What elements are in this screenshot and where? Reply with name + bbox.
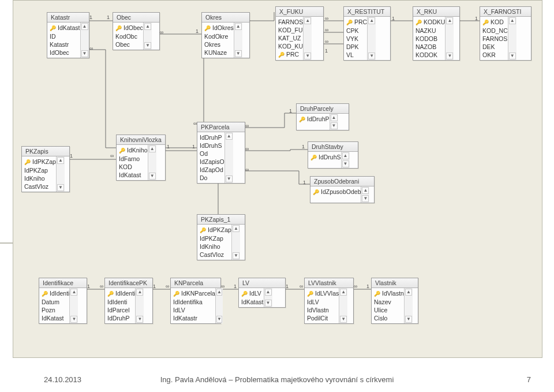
table-header[interactable]: IdentifikacePK <box>105 278 152 288</box>
field[interactable]: VL <box>346 51 367 59</box>
scroll-up-icon[interactable]: ▲ <box>331 114 338 121</box>
field[interactable]: IdKatast <box>42 314 69 322</box>
field[interactable]: Od <box>200 150 224 158</box>
field[interactable]: KAT_UZ <box>278 34 303 42</box>
field[interactable]: KODOB <box>415 35 445 43</box>
field[interactable]: IdOkres <box>204 24 234 32</box>
scroll-down-icon[interactable]: ▼ <box>509 53 516 59</box>
field[interactable]: IdKniho <box>24 174 56 182</box>
scrollbar[interactable]: ▲▼ <box>303 17 312 60</box>
scrollbar[interactable]: ▲▼ <box>330 114 338 130</box>
field[interactable]: KODOK <box>415 51 445 59</box>
field[interactable]: IdVlastn <box>374 289 404 298</box>
scroll-down-icon[interactable]: ▼ <box>304 53 311 59</box>
field[interactable]: IdDruhP <box>107 314 135 322</box>
scroll-down-icon[interactable]: ▼ <box>81 50 88 57</box>
scrollbar[interactable]: ▲▼ <box>215 288 223 323</box>
scroll-up-icon[interactable]: ▲ <box>235 23 242 30</box>
field[interactable]: DPK <box>346 43 367 51</box>
table-header[interactable]: PKZapis <box>22 147 69 156</box>
field[interactable]: PRC <box>278 50 303 59</box>
scroll-down-icon[interactable]: ▼ <box>233 252 239 259</box>
scrollbar[interactable]: ▲▼ <box>264 288 272 307</box>
table-x_restitut[interactable]: X_RESTITUTPRCCPKVYKDPKVL▲▼ <box>343 6 391 61</box>
field[interactable]: IdKatast <box>50 24 80 32</box>
field[interactable]: FARNOS <box>278 18 303 26</box>
scrollbar[interactable]: ▲▼ <box>56 156 65 192</box>
table-katastr[interactable]: KatastrIdKatastIDKatastrIdObec▲▼ <box>47 12 89 58</box>
table-header[interactable]: X_FARNOSTI <box>480 7 531 17</box>
field[interactable]: CastVloz <box>24 182 56 191</box>
field[interactable]: Datum <box>42 298 69 306</box>
scrollbar[interactable]: ▲▼ <box>224 132 233 183</box>
scroll-down-icon[interactable]: ▼ <box>342 160 349 167</box>
field[interactable]: IdLV <box>173 306 215 314</box>
table-druhparcely[interactable]: DruhParcelyIdDruhP▲▼ <box>296 103 349 130</box>
table-header[interactable]: PKZapis_1 <box>197 215 245 225</box>
field[interactable]: KOD_NC <box>482 27 508 35</box>
scroll-up-icon[interactable]: ▲ <box>144 23 151 30</box>
scrollbar[interactable]: ▲▼ <box>135 288 144 323</box>
scroll-down-icon[interactable]: ▼ <box>265 300 272 307</box>
field[interactable]: IdZapOd <box>200 166 224 174</box>
scrollbar[interactable]: ▲▼ <box>367 17 376 60</box>
scrollbar[interactable]: ▲▼ <box>361 186 369 203</box>
scroll-up-icon[interactable]: ▲ <box>265 289 272 296</box>
table-header[interactable]: ZpusobOdebrani <box>310 177 374 186</box>
table-x_fuku[interactable]: X_FUKUFARNOSKOD_FUKAT_UZKOD_KUPRC▲▼ <box>275 6 324 61</box>
scroll-down-icon[interactable]: ▼ <box>144 42 151 49</box>
field[interactable]: IdLV <box>307 298 339 306</box>
field[interactable]: IdFarno <box>119 155 148 163</box>
table-x_farnosti[interactable]: X_FARNOSTIKODKOD_NCFARNOSDEKOKR▲▼ <box>480 6 531 61</box>
scroll-up-icon[interactable]: ▲ <box>233 225 239 232</box>
field[interactable]: IdKatastr <box>173 314 215 322</box>
field[interactable]: IdParcel <box>107 306 135 314</box>
scrollbar[interactable]: ▲▼ <box>341 152 350 168</box>
scrollbar[interactable]: ▲▼ <box>234 23 242 58</box>
scroll-up-icon[interactable]: ▲ <box>136 289 143 296</box>
field[interactable]: IdKniho <box>200 242 231 251</box>
field[interactable]: IdPKZap <box>200 226 231 234</box>
scroll-up-icon[interactable]: ▲ <box>405 289 412 296</box>
field[interactable]: Cislo <box>374 314 404 322</box>
scrollbar[interactable]: ▲▼ <box>148 145 156 180</box>
scroll-up-icon[interactable]: ▲ <box>342 152 349 159</box>
field[interactable]: IdDruhS <box>200 141 224 150</box>
scroll-up-icon[interactable]: ▲ <box>57 157 64 164</box>
field[interactable]: KodOkre <box>204 32 234 40</box>
table-header[interactable]: Obec <box>113 13 159 23</box>
table-header[interactable]: Okres <box>202 13 249 23</box>
scroll-up-icon[interactable]: ▲ <box>304 17 311 24</box>
field[interactable]: IdObec <box>50 48 80 57</box>
field[interactable]: KOD_KU <box>278 42 303 50</box>
scroll-up-icon[interactable]: ▲ <box>81 23 88 30</box>
field[interactable]: KOD <box>119 163 148 171</box>
scrollbar[interactable]: ▲▼ <box>69 288 78 323</box>
field[interactable]: IdZpusobOdeb <box>313 188 361 196</box>
scroll-up-icon[interactable]: ▲ <box>70 289 77 296</box>
scroll-down-icon[interactable]: ▼ <box>368 53 375 59</box>
table-header[interactable]: X_RKU <box>413 7 459 17</box>
field[interactable]: IdIdenti <box>107 298 135 306</box>
field[interactable]: IdDruhS <box>310 153 341 162</box>
field[interactable]: KOD_FU <box>278 26 303 34</box>
scroll-down-icon[interactable]: ▼ <box>149 173 156 180</box>
table-header[interactable]: Katastr <box>47 13 89 23</box>
scrollbar[interactable]: ▲▼ <box>445 17 454 60</box>
scroll-down-icon[interactable]: ▼ <box>136 316 143 323</box>
field[interactable]: IdIdenti <box>107 289 135 298</box>
field[interactable]: IdKatast <box>241 298 264 306</box>
scroll-down-icon[interactable]: ▼ <box>70 316 77 323</box>
scroll-up-icon[interactable]: ▲ <box>226 133 233 140</box>
field[interactable]: IdPKZap <box>24 166 56 174</box>
field[interactable]: Obec <box>115 40 143 48</box>
table-identifikacepk[interactable]: IdentifikacePKIdIdentiIdIdentiIdParcelId… <box>104 278 153 324</box>
field[interactable]: NAZKU <box>415 27 445 35</box>
field[interactable]: KodObc <box>115 32 143 40</box>
field[interactable]: IdObec <box>115 24 143 32</box>
table-zpusobodebrani[interactable]: ZpusobOdebraniIdZpusobOdeb▲▼ <box>310 176 375 203</box>
field[interactable]: IdKNParcela <box>173 289 215 298</box>
table-header[interactable]: DruhParcely <box>297 104 349 114</box>
field[interactable]: OKR <box>482 51 508 59</box>
table-header[interactable]: LV <box>239 278 285 288</box>
